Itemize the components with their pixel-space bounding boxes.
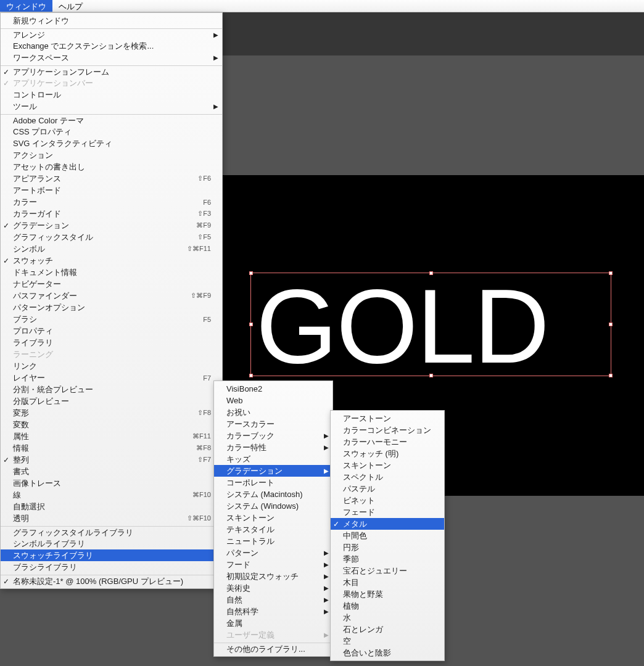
menu-item[interactable]: 新規ウィンドウ <box>1 15 222 27</box>
menu-item[interactable]: 属性⌘F11 <box>1 430 222 442</box>
menu-item[interactable]: 宝石とジュエリー <box>331 565 444 577</box>
menu-item-label: テキスタイル <box>226 524 275 535</box>
menu-item[interactable]: システム (Macintosh) <box>214 488 332 500</box>
menu-item[interactable]: その他のライブラリ... <box>214 643 332 654</box>
menu-item[interactable]: パスファインダー⇧⌘F9 <box>1 290 222 302</box>
menu-item[interactable]: 自動選択 <box>1 501 222 512</box>
menu-item-label: その他のライブラリ... <box>226 644 305 655</box>
menu-item[interactable]: スウォッチ (明) <box>331 448 444 459</box>
menu-item[interactable]: 線⌘F10 <box>1 489 222 501</box>
menu-item[interactable]: 金属 <box>214 617 332 629</box>
menu-item[interactable]: グラフィックスタイルライブラリ▶ <box>1 526 222 538</box>
menu-item[interactable]: ニュートラル <box>214 535 332 547</box>
menu-item[interactable]: 円形 <box>331 541 444 553</box>
menu-item[interactable]: コントロール <box>1 89 222 101</box>
menu-item[interactable]: コーポレート <box>214 477 332 488</box>
menu-item[interactable]: 自然科学▶ <box>214 606 332 617</box>
menu-item-label: アピアランス <box>13 173 61 184</box>
menu-item[interactable]: カラーF6 <box>1 196 222 208</box>
menu-item[interactable]: 分割・統合プレビュー <box>1 384 222 395</box>
menu-item[interactable]: シンボルライブラリ▶ <box>1 538 222 549</box>
menu-item-label: ブラシライブラリ <box>13 562 77 573</box>
menu-item[interactable]: ✓グラデーション⌘F9 <box>1 220 222 231</box>
menu-item[interactable]: 透明⇧⌘F10 <box>1 512 222 524</box>
menu-item[interactable]: ✓メタル <box>331 518 444 530</box>
menubar-help[interactable]: ヘルプ <box>52 0 89 12</box>
menu-item[interactable]: アースカラー <box>214 418 332 430</box>
menu-item[interactable]: 分版プレビュー <box>1 395 222 407</box>
menu-item[interactable]: 空 <box>331 635 444 647</box>
menu-item[interactable]: ドキュメント情報 <box>1 266 222 278</box>
menu-item[interactable]: Adobe Color テーマ <box>1 114 222 126</box>
menu-item[interactable]: 果物と野菜 <box>331 588 444 600</box>
menu-item[interactable]: プロパティ <box>1 325 222 337</box>
menu-item[interactable]: 画像トレース <box>1 477 222 489</box>
menu-item[interactable]: VisiBone2 <box>214 383 332 395</box>
menu-item-label: 木目 <box>343 577 359 588</box>
menu-item[interactable]: CSS プロパティ <box>1 126 222 138</box>
menu-item[interactable]: 初期設定スウォッチ▶ <box>214 570 332 582</box>
menu-item[interactable]: アートボード <box>1 184 222 196</box>
menu-item[interactable]: アピアランス⇧F6 <box>1 173 222 184</box>
menu-item[interactable]: 中間色 <box>331 530 444 541</box>
menu-item[interactable]: シンボル⇧⌘F11 <box>1 243 222 255</box>
menu-item[interactable]: SVG インタラクティビティ <box>1 138 222 149</box>
menu-item[interactable]: 書式▶ <box>1 466 222 477</box>
menu-item[interactable]: アクション <box>1 149 222 161</box>
menu-item[interactable]: カラーガイド⇧F3 <box>1 208 222 220</box>
menu-item[interactable]: ツール▶ <box>1 101 222 112</box>
menu-item[interactable]: ナビゲーター <box>1 278 222 290</box>
menu-item[interactable]: ライブラリ <box>1 337 222 348</box>
menu-item[interactable]: スペクトル <box>331 471 444 483</box>
menu-item[interactable]: 季節 <box>331 553 444 565</box>
menu-item[interactable]: 美術史▶ <box>214 582 332 594</box>
menu-item[interactable]: フード▶ <box>214 559 332 570</box>
menu-item[interactable]: お祝い <box>214 406 332 418</box>
menu-item[interactable]: 変数 <box>1 419 222 430</box>
menu-item[interactable]: ✓整列⇧F7 <box>1 454 222 466</box>
check-icon: ✓ <box>3 68 9 76</box>
menu-item[interactable]: 水 <box>331 612 444 623</box>
menu-item-label: 自動選択 <box>13 501 45 512</box>
menu-item[interactable]: アーストーン <box>331 413 444 424</box>
menu-item[interactable]: パターンオプション <box>1 302 222 313</box>
menu-item[interactable]: Exchange でエクステンションを検索... <box>1 40 222 52</box>
menu-item[interactable]: リンク <box>1 360 222 372</box>
menu-item[interactable]: カラーハーモニー <box>331 436 444 448</box>
menu-item[interactable]: グラデーション▶ <box>214 465 332 477</box>
menu-item[interactable]: スキントーン <box>331 459 444 471</box>
menu-item[interactable]: 情報⌘F8 <box>1 442 222 454</box>
menu-item[interactable]: ブラシF5 <box>1 313 222 325</box>
menu-item[interactable]: 変形⇧F8 <box>1 407 222 419</box>
menubar-window[interactable]: ウィンドウ <box>0 0 52 12</box>
menu-item[interactable]: ✓名称未設定-1* @ 100% (RGB/GPU プレビュー) <box>1 575 222 586</box>
menu-item[interactable]: 石とレンガ <box>331 623 444 635</box>
menu-item[interactable]: 植物 <box>331 600 444 612</box>
menu-item[interactable]: アセットの書き出し <box>1 161 222 173</box>
menu-item[interactable]: ✓スウォッチ <box>1 255 222 266</box>
menu-item[interactable]: グラフィックスタイル⇧F5 <box>1 231 222 243</box>
menu-item[interactable]: ビネット <box>331 495 444 506</box>
menu-item[interactable]: ワークスペース▶ <box>1 52 222 64</box>
selection-box[interactable] <box>250 273 611 376</box>
menu-item[interactable]: パターン▶ <box>214 547 332 559</box>
menu-item[interactable]: テキスタイル <box>214 524 332 535</box>
menu-item[interactable]: カラーコンビネーション <box>331 424 444 436</box>
swatch-library-submenu: VisiBone2Webお祝いアースカラーカラーブック▶カラー特性▶キッズグラデ… <box>213 380 333 657</box>
menu-item[interactable]: 自然▶ <box>214 594 332 606</box>
menu-item[interactable]: Web <box>214 395 332 406</box>
menu-item[interactable]: ✓アプリケーションフレーム <box>1 65 222 77</box>
menu-item[interactable]: ブラシライブラリ▶ <box>1 561 222 573</box>
menu-item[interactable]: スキントーン <box>214 512 332 524</box>
menu-item[interactable]: システム (Windows) <box>214 500 332 512</box>
menu-item[interactable]: カラーブック▶ <box>214 430 332 442</box>
menu-item[interactable]: スウォッチライブラリ▶ <box>1 549 222 561</box>
menu-item[interactable]: アレンジ▶ <box>1 28 222 40</box>
menu-item[interactable]: パステル <box>331 483 444 495</box>
menu-item[interactable]: フェード <box>331 506 444 518</box>
menu-item[interactable]: 木目 <box>331 577 444 588</box>
menu-item[interactable]: 色合いと陰影 <box>331 647 444 659</box>
menu-item[interactable]: カラー特性▶ <box>214 442 332 453</box>
menu-item[interactable]: キッズ <box>214 453 332 465</box>
menu-item[interactable]: レイヤーF7 <box>1 372 222 384</box>
